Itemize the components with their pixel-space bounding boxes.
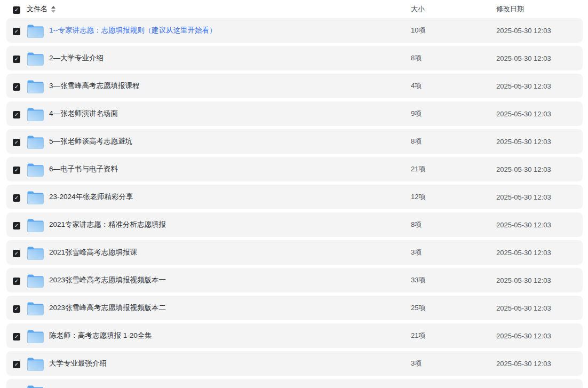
- row-checkbox[interactable]: ✓: [13, 28, 20, 35]
- select-all-cell: ✓: [6, 4, 27, 14]
- row-checkbox[interactable]: ✓: [13, 56, 20, 63]
- sort-descending-icon: [51, 10, 55, 13]
- file-modified: 2025-05-30 12:03: [496, 221, 583, 229]
- file-name[interactable]: 2—大学专业介绍: [49, 53, 411, 63]
- file-row[interactable]: ✓ 2023张雪峰高考志愿填报视频版本二 25项 2025-05-30 12:0…: [6, 296, 583, 320]
- file-row[interactable]: ✓ 23-2024年张老师精彩分享 12项 2025-05-30 12:03: [6, 185, 583, 209]
- folder-icon: [27, 384, 44, 388]
- folder-icon: [27, 107, 44, 121]
- file-size: 21项: [411, 331, 496, 341]
- file-row[interactable]: ✓ 大学专业最强介绍 3项 2025-05-30 12:03: [6, 351, 583, 376]
- sort-arrows-icon[interactable]: [51, 6, 55, 13]
- file-size: 25项: [411, 303, 496, 313]
- folder-icon: [27, 79, 44, 93]
- row-checkbox[interactable]: ✓: [13, 167, 20, 174]
- file-row[interactable]: ✓ 4—张老师演讲名场面 9项 2025-05-30 12:03: [6, 101, 583, 126]
- file-modified: 2025-05-30 12:03: [496, 304, 583, 312]
- row-checkbox[interactable]: ✓: [13, 139, 20, 146]
- checkbox-cell: ✓: [6, 137, 27, 146]
- file-manager: ✓ 文件名 大小 修改日期 ✓ 1--专家讲志愿：志愿填报规则（建议从这里开始看…: [0, 0, 588, 388]
- file-name[interactable]: 5—张老师谈高考志愿避坑: [49, 137, 411, 146]
- file-size: 4项: [411, 81, 496, 91]
- icon-cell: [27, 301, 49, 315]
- row-checkbox[interactable]: ✓: [13, 361, 20, 368]
- row-checkbox[interactable]: ✓: [13, 111, 20, 118]
- checkbox-cell: ✓: [6, 81, 27, 91]
- icon-cell: [27, 23, 49, 38]
- row-checkbox[interactable]: ✓: [13, 333, 20, 341]
- file-size: 33项: [411, 275, 496, 285]
- file-name[interactable]: 2023张雪峰高考志愿填报视频版本一: [49, 275, 411, 285]
- file-name[interactable]: 6—电子书与电子资料: [49, 164, 411, 174]
- row-checkbox[interactable]: ✓: [13, 194, 20, 202]
- file-name[interactable]: 2023张雪峰高考志愿填报视频版本二: [49, 303, 411, 313]
- file-row[interactable]: ✓ 1--专家讲志愿：志愿填报规则（建议从这里开始看） 10项 2025-05-…: [6, 18, 583, 43]
- file-size: 21项: [411, 164, 496, 174]
- file-name[interactable]: 大学专业最强介绍: [49, 359, 411, 368]
- file-name[interactable]: 4—张老师演讲名场面: [49, 109, 411, 118]
- checkbox-cell: ✓: [6, 220, 27, 229]
- icon-cell: [27, 190, 49, 204]
- icon-cell: [27, 273, 49, 288]
- column-header-name[interactable]: 文件名: [27, 4, 411, 14]
- folder-icon: [27, 357, 44, 371]
- file-name[interactable]: 23-2024年张老师精彩分享: [49, 192, 411, 202]
- file-size: 3项: [411, 248, 496, 257]
- row-checkbox[interactable]: ✓: [13, 278, 20, 285]
- column-name-label: 文件名: [27, 4, 47, 14]
- file-name[interactable]: 3—张雪峰高考志愿填报课程: [49, 81, 411, 91]
- icon-cell: [27, 107, 49, 121]
- file-row[interactable]: ✓ 6—电子书与电子资料 21项 2025-05-30 12:03: [6, 157, 583, 181]
- folder-icon: [27, 134, 44, 149]
- file-name[interactable]: 1--专家讲志愿：志愿填报规则（建议从这里开始看）: [49, 26, 411, 35]
- file-size: 9项: [411, 109, 496, 118]
- folder-icon: [27, 301, 44, 315]
- icon-cell: [27, 357, 49, 371]
- icon-cell: [27, 218, 49, 232]
- file-row[interactable]: ✓ 2021专家讲志愿：精准分析志愿填报 8项 2025-05-30 12:03: [6, 212, 583, 237]
- file-row[interactable]: ✓ 2021张雪峰高考志愿填报课 3项 2025-05-30 12:03: [6, 240, 583, 265]
- file-modified: 2025-05-30 12:03: [496, 110, 583, 118]
- icon-cell: [27, 246, 49, 260]
- file-modified: 2025-05-30 12:03: [496, 249, 583, 257]
- checkbox-cell: ✓: [6, 248, 27, 257]
- icon-cell: [27, 329, 49, 343]
- row-checkbox[interactable]: ✓: [13, 83, 20, 91]
- file-row[interactable]: ✓ 2023张雪峰高考志愿填报视频版本一 33项 2025-05-30 12:0…: [6, 268, 583, 292]
- file-size: 8项: [411, 137, 496, 146]
- checkbox-cell: ✓: [6, 53, 27, 63]
- checkbox-cell: ✓: [6, 26, 27, 35]
- file-row[interactable]: ✓: [6, 379, 583, 388]
- file-name[interactable]: 陈老师：高考志愿填报 1-20全集: [49, 331, 411, 341]
- file-modified: 2025-05-30 12:03: [496, 138, 583, 146]
- icon-cell: [27, 134, 49, 149]
- checkbox-cell: ✓: [6, 275, 27, 285]
- file-row[interactable]: ✓ 2—大学专业介绍 8项 2025-05-30 12:03: [6, 46, 583, 70]
- list-header: ✓ 文件名 大小 修改日期: [6, 0, 583, 18]
- file-modified: 2025-05-30 12:03: [496, 165, 583, 173]
- file-modified: 2025-05-30 12:03: [496, 82, 583, 90]
- folder-icon: [27, 218, 44, 232]
- file-modified: 2025-05-30 12:03: [496, 27, 583, 35]
- file-modified: 2025-05-30 12:03: [496, 332, 583, 340]
- file-modified: 2025-05-30 12:03: [496, 360, 583, 368]
- folder-icon: [27, 329, 44, 343]
- icon-cell: [27, 79, 49, 93]
- file-name[interactable]: 2021张雪峰高考志愿填报课: [49, 248, 411, 257]
- file-row[interactable]: ✓ 陈老师：高考志愿填报 1-20全集 21项 2025-05-30 12:03: [6, 323, 583, 348]
- row-checkbox[interactable]: ✓: [13, 222, 20, 229]
- folder-icon: [27, 273, 44, 288]
- file-row[interactable]: ✓ 3—张雪峰高考志愿填报课程 4项 2025-05-30 12:03: [6, 74, 583, 98]
- file-size: 8项: [411, 53, 496, 63]
- icon-cell: [27, 384, 49, 388]
- checkbox-cell: ✓: [6, 192, 27, 202]
- row-checkbox[interactable]: ✓: [13, 250, 20, 257]
- file-name[interactable]: 2021专家讲志愿：精准分析志愿填报: [49, 220, 411, 229]
- checkbox-cell: ✓: [6, 359, 27, 368]
- row-checkbox[interactable]: ✓: [13, 305, 20, 313]
- checkbox-cell: ✓: [6, 109, 27, 118]
- select-all-checkbox[interactable]: ✓: [13, 6, 20, 14]
- folder-icon: [27, 190, 44, 204]
- file-size: 10项: [411, 26, 496, 35]
- file-row[interactable]: ✓ 5—张老师谈高考志愿避坑 8项 2025-05-30 12:03: [6, 129, 583, 154]
